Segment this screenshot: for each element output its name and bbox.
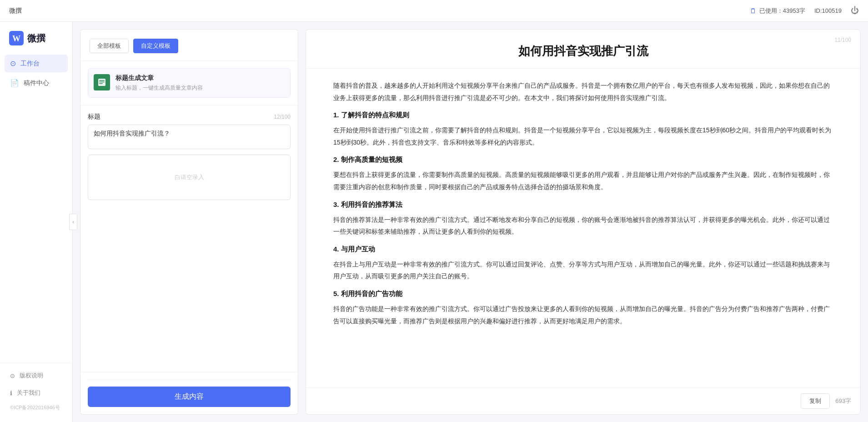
article-section-title: 5. 利用抖音的广告功能 <box>333 290 833 298</box>
title-label: 标题 <box>88 113 100 121</box>
article-header: 如何用抖音实现推广引流 11/100 <box>306 30 860 69</box>
article-title: 如何用抖音实现推广引流 <box>333 43 833 59</box>
article-paragraph: 要想在抖音上获得更多的流量，你需要制作高质量的短视频。高质量的短视频能够吸引更多… <box>333 169 833 193</box>
sidebar-item-copyright[interactable]: ⊙ 版权说明 <box>5 368 68 383</box>
template-name: 标题生成文章 <box>115 74 285 82</box>
logo-text: 微撰 <box>27 32 45 45</box>
sidebar-item-label: 工作台 <box>20 60 40 68</box>
article-paragraph: 在开始使用抖音进行推广引流之前，你需要了解抖音的特点和规则。抖音是一个短视频分享… <box>333 124 833 148</box>
article-icon <box>97 78 106 87</box>
left-panel: 全部模板 自定义模板 标题生成文章 <box>80 29 298 415</box>
right-panel: 如何用抖音实现推广引流 11/100 随着抖音的普及，越来越多的人开始利用这个短… <box>306 29 861 415</box>
topbar: 微撰 🗒 已使用：43953字 ID:100519 ⏻ <box>0 0 868 22</box>
usage-text: 已使用：43953字 <box>759 7 805 15</box>
topbar-right: 🗒 已使用：43953字 ID:100519 ⏻ <box>750 6 859 15</box>
tab-all-templates[interactable]: 全部模板 <box>90 39 129 53</box>
content-area: 全部模板 自定义模板 标题生成文章 <box>73 22 868 422</box>
generate-button[interactable]: 生成内容 <box>88 387 291 407</box>
about-icon: ℹ <box>10 390 12 397</box>
article-body: 随着抖音的普及，越来越多的人开始利用这个短视频分享平台来推广自己的产品或服务。抖… <box>306 69 860 387</box>
divider <box>88 380 291 380</box>
power-icon[interactable]: ⏻ <box>851 6 859 15</box>
placeholder-text: 白请空录入 <box>175 174 204 181</box>
content-placeholder-area[interactable]: 白请空录入 <box>88 155 291 200</box>
page-number: 11/100 <box>834 37 851 43</box>
article-footer: 复制 693字 <box>306 387 860 414</box>
svg-text:W: W <box>12 34 20 43</box>
sidebar-bottom: ⊙ 版权说明 ℹ 关于我们 ©ICP备2022016946号 <box>0 363 72 422</box>
logo-area: W 微撰 <box>0 26 72 55</box>
svg-rect-5 <box>99 83 103 84</box>
copyright-label: 版权说明 <box>20 372 43 380</box>
template-desc: 输入标题，一键生成高质量文章内容 <box>115 84 285 92</box>
template-info: 标题生成文章 输入标题，一键生成高质量文章内容 <box>115 74 285 92</box>
form-section: 标题 12/100 白请空录入 <box>80 106 298 372</box>
user-id: ID:100519 <box>814 7 842 14</box>
title-input[interactable] <box>88 125 291 149</box>
icp-text: ©ICP备2022016946号 <box>5 402 68 413</box>
template-icon <box>94 74 110 90</box>
about-label: 关于我们 <box>17 389 40 397</box>
main-layout: W 微撰 ⊙ 工作台 📄 稿件中心 ⊙ 版权说明 ℹ 关于我们 <box>0 22 868 422</box>
document-icon: 🗒 <box>750 7 757 15</box>
tab-custom-templates[interactable]: 自定义模板 <box>133 39 178 53</box>
sidebar-item-workbench[interactable]: ⊙ 工作台 <box>5 55 68 72</box>
drafts-icon: 📄 <box>10 79 19 87</box>
sidebar-item-drafts[interactable]: 📄 稿件中心 <box>5 74 68 92</box>
sidebar-nav: ⊙ 工作台 📄 稿件中心 <box>0 55 72 363</box>
topbar-usage: 🗒 已使用：43953字 <box>750 7 805 15</box>
article-section-title: 4. 与用户互动 <box>333 245 833 254</box>
article-paragraph: 在抖音上与用户互动是一种非常有效的推广引流方式。你可以通过回复评论、点赞、分享等… <box>333 258 833 282</box>
logo-icon: W <box>9 31 24 45</box>
copy-button[interactable]: 复制 <box>801 393 830 409</box>
article-paragraph: 抖音的广告功能是一种非常有效的推广引流方式。你可以通过广告投放来让更多的人看到你… <box>333 303 833 327</box>
article-paragraph: 随着抖音的普及，越来越多的人开始利用这个短视频分享平台来推广自己的产品或服务。抖… <box>333 80 833 104</box>
svg-rect-3 <box>99 80 105 81</box>
article-paragraph: 抖音的推荐算法是一种非常有效的推广引流方式。通过不断地发布和分享自己的短视频，你… <box>333 214 833 238</box>
sidebar: W 微撰 ⊙ 工作台 📄 稿件中心 ⊙ 版权说明 ℹ 关于我们 <box>0 22 73 422</box>
sidebar-toggle[interactable]: ‹ <box>69 214 77 230</box>
sidebar-item-about[interactable]: ℹ 关于我们 <box>5 385 68 401</box>
topbar-title: 微撰 <box>9 7 22 15</box>
word-count: 693字 <box>835 397 851 405</box>
title-counter: 12/100 <box>274 114 291 120</box>
svg-rect-4 <box>99 82 105 83</box>
copyright-icon: ⊙ <box>10 372 15 379</box>
article-section-title: 3. 利用抖音的推荐算法 <box>333 201 833 209</box>
panel-footer: 生成内容 <box>80 372 298 414</box>
template-card[interactable]: 标题生成文章 输入标题，一键生成高质量文章内容 <box>88 68 291 98</box>
workbench-icon: ⊙ <box>10 59 16 68</box>
article-section-title: 1. 了解抖音的特点和规则 <box>333 111 833 120</box>
template-tabs: 全部模板 自定义模板 <box>80 30 298 61</box>
article-section-title: 2. 制作高质量的短视频 <box>333 156 833 164</box>
template-list: 标题生成文章 输入标题，一键生成高质量文章内容 <box>80 61 298 106</box>
form-label-row: 标题 12/100 <box>88 113 291 121</box>
sidebar-item-label: 稿件中心 <box>24 79 49 87</box>
